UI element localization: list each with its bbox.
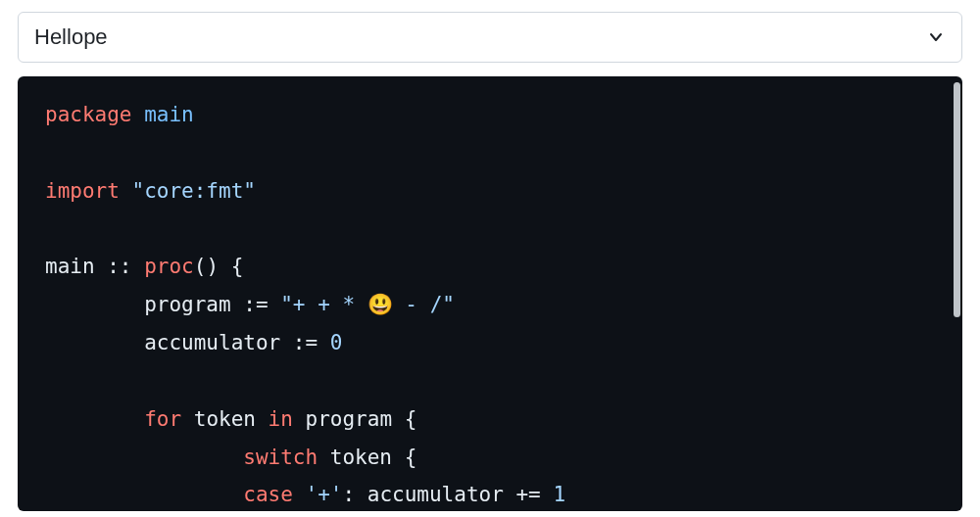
chevron-down-icon (926, 27, 946, 47)
dropdown-selected-label: Hellope (34, 24, 108, 50)
code-area: package main import "core:fmt" main :: p… (18, 76, 962, 511)
code-block[interactable]: package main import "core:fmt" main :: p… (18, 76, 962, 511)
scrollbar-thumb[interactable] (954, 82, 960, 317)
example-selector-dropdown[interactable]: Hellope (18, 12, 962, 63)
